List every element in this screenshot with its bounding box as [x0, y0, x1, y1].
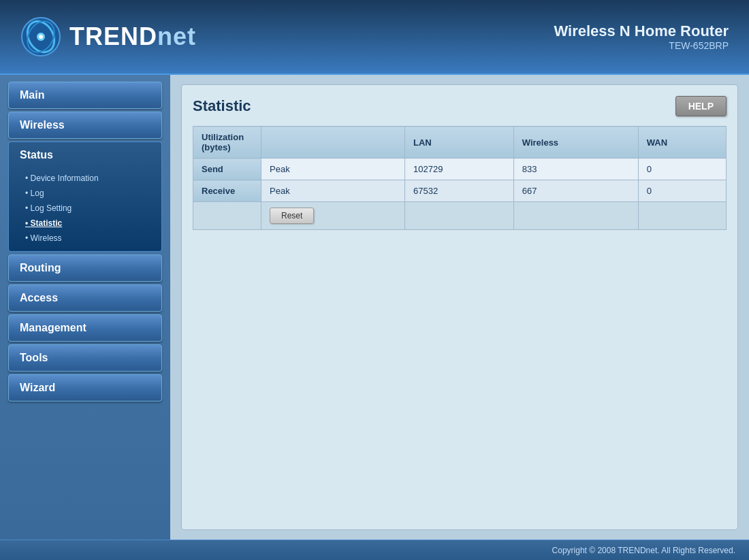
sidebar-item-access[interactable]: Access: [8, 284, 162, 312]
sidebar-item-log[interactable]: Log: [9, 186, 161, 201]
reset-cell: Reset: [261, 202, 405, 230]
send-lan: 102729: [405, 159, 514, 180]
sidebar-item-wireless-status[interactable]: Wireless: [9, 231, 161, 246]
sidebar-item-log-setting[interactable]: Log Setting: [9, 201, 161, 216]
sidebar-item-wizard[interactable]: Wizard: [8, 374, 162, 401]
col-header-empty: [261, 127, 405, 159]
receive-wireless: 667: [513, 180, 638, 202]
trendnet-logo-icon: [20, 16, 61, 57]
reset-cell-label: [193, 202, 261, 230]
sidebar-item-tools[interactable]: Tools: [8, 344, 162, 372]
sidebar-item-wireless[interactable]: Wireless: [8, 112, 162, 139]
col-header-utilization: Utilization (bytes): [193, 127, 261, 159]
table-row: Send Peak 102729 833 0: [193, 159, 727, 180]
table-row: Receive Peak 67532 667 0: [193, 180, 727, 202]
footer-copyright: Copyright © 2008 TRENDnet. All Rights Re…: [552, 546, 735, 555]
sidebar-item-routing[interactable]: Routing: [8, 254, 162, 282]
reset-button[interactable]: Reset: [270, 208, 314, 224]
logo-text: TRENDnet: [69, 22, 196, 51]
help-button[interactable]: HELP: [675, 96, 727, 116]
reset-spacer-2: [513, 202, 638, 230]
header: TRENDnet Wireless N Home Router TEW-652B…: [0, 0, 749, 75]
product-name: Wireless N Home Router: [554, 22, 729, 40]
panel-title: Statistic: [193, 97, 251, 115]
receive-wan: 0: [638, 180, 726, 202]
status-header[interactable]: Status: [9, 142, 161, 168]
receive-peak: Peak: [261, 180, 405, 202]
col-header-wan: WAN: [638, 127, 726, 159]
sidebar-item-statistic[interactable]: Statistic: [9, 216, 161, 231]
sidebar-item-status: Status Device Information Log Log Settin…: [8, 142, 162, 252]
sidebar-item-device-information[interactable]: Device Information: [9, 171, 161, 186]
col-header-lan: LAN: [405, 127, 514, 159]
sidebar: Main Wireless Status Device Information …: [0, 75, 170, 540]
col-header-wireless: Wireless: [513, 127, 638, 159]
sidebar-item-management[interactable]: Management: [8, 314, 162, 342]
sidebar-item-main[interactable]: Main: [8, 82, 162, 109]
receive-label: Receive: [193, 180, 261, 202]
reset-row: Reset: [193, 202, 727, 230]
send-label: Send: [193, 159, 261, 180]
content-area: Statistic HELP Utilization (bytes) LAN W…: [170, 75, 749, 540]
product-model: TEW-652BRP: [554, 40, 729, 51]
send-wireless: 833: [513, 159, 638, 180]
reset-spacer-3: [638, 202, 726, 230]
receive-lan: 67532: [405, 180, 514, 202]
logo-area: TRENDnet: [20, 16, 196, 57]
footer: Copyright © 2008 TRENDnet. All Rights Re…: [0, 540, 749, 560]
panel-header: Statistic HELP: [193, 96, 727, 116]
status-submenu: Device Information Log Log Setting Stati…: [9, 168, 161, 251]
send-peak: Peak: [261, 159, 405, 180]
content-panel: Statistic HELP Utilization (bytes) LAN W…: [181, 84, 738, 530]
send-wan: 0: [638, 159, 726, 180]
statistics-table: Utilization (bytes) LAN Wireless WAN Sen…: [193, 126, 727, 230]
product-info: Wireless N Home Router TEW-652BRP: [554, 22, 729, 51]
svg-point-4: [39, 35, 43, 39]
reset-spacer-1: [405, 202, 514, 230]
